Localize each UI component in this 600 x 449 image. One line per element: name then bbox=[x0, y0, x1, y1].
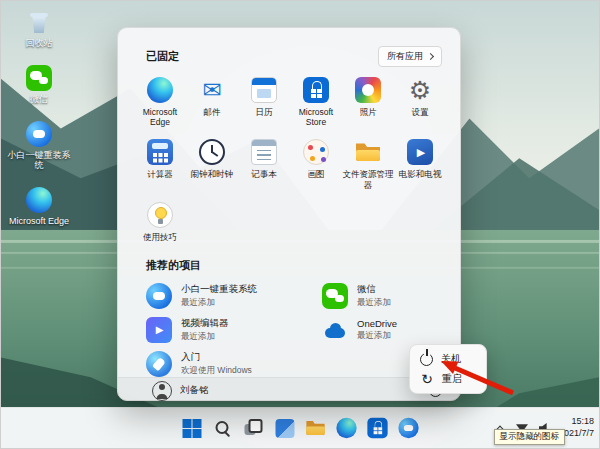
taskbar-center-buttons bbox=[179, 415, 422, 441]
taskbar-widgets-button[interactable] bbox=[272, 415, 298, 441]
file-explorer-icon bbox=[305, 418, 325, 438]
pinned-app-label: 设置 bbox=[412, 107, 429, 117]
pinned-app-calculator[interactable]: 计算器 bbox=[134, 139, 186, 189]
pinned-app-mail[interactable]: 邮件 bbox=[186, 77, 238, 127]
recommended-item-get-started[interactable]: 入门 欢迎使用 Windows bbox=[146, 351, 322, 377]
pinned-app-movies-tv[interactable]: 电影和电视 bbox=[394, 139, 446, 189]
store-icon bbox=[303, 77, 329, 103]
shut-down-label: 关机 bbox=[441, 352, 461, 366]
calendar-icon bbox=[251, 77, 277, 103]
start-menu: 已固定 所有应用 Microsoft Edge 邮件 日历 bbox=[117, 27, 461, 401]
taskbar-task-view-button[interactable] bbox=[241, 415, 267, 441]
recommended-item-label: 视频编辑器 bbox=[181, 317, 229, 330]
desktop-icon-list: 回收站 微信 小白一键重装系统 Microsoft Edge bbox=[7, 9, 71, 227]
all-apps-label: 所有应用 bbox=[387, 50, 423, 63]
pinned-app-label: Microsoft Edge bbox=[134, 107, 186, 127]
recommended-item-video-editor[interactable]: 视频编辑器 最近添加 bbox=[146, 317, 322, 343]
screen: 回收站 微信 小白一键重装系统 Microsoft Edge 已固定 所有应用 bbox=[0, 0, 600, 449]
widgets-icon bbox=[275, 419, 294, 438]
xiaobai-icon bbox=[398, 418, 418, 438]
recycle-bin-icon bbox=[26, 9, 52, 35]
recommended-item-sublabel: 最近添加 bbox=[181, 331, 229, 343]
pinned-app-label: 记事本 bbox=[251, 169, 277, 179]
calculator-icon bbox=[147, 139, 173, 165]
edge-icon bbox=[147, 77, 173, 103]
onedrive-cloud-icon bbox=[322, 317, 348, 343]
pinned-app-label: 计算器 bbox=[147, 169, 173, 179]
taskbar-edge-button[interactable] bbox=[334, 415, 360, 441]
taskbar-file-explorer-button[interactable] bbox=[303, 415, 329, 441]
taskbar-xiaobai-button[interactable] bbox=[396, 415, 422, 441]
desktop-icon-wechat[interactable]: 微信 bbox=[7, 65, 71, 105]
edge-icon bbox=[336, 418, 356, 438]
alarms-clock-icon bbox=[199, 139, 225, 165]
video-editor-icon bbox=[146, 317, 172, 343]
edge-icon bbox=[26, 187, 52, 213]
pinned-app-photos[interactable]: 照片 bbox=[342, 77, 394, 127]
chevron-right-icon bbox=[427, 53, 434, 60]
recommended-item-label: 入门 bbox=[181, 351, 252, 364]
xiaobai-icon bbox=[26, 121, 52, 147]
restart-menu-item[interactable]: 重启 bbox=[414, 369, 482, 389]
pinned-app-edge[interactable]: Microsoft Edge bbox=[134, 77, 186, 127]
user-name: 刘备铭 bbox=[180, 384, 209, 397]
user-profile-button[interactable]: 刘备铭 bbox=[152, 381, 209, 401]
restart-icon bbox=[420, 372, 434, 386]
recommended-grid: 小白一键重装系统 最近添加 微信 最近添加 视频编辑器 最近添加 bbox=[134, 283, 444, 377]
recommended-item-label: 小白一键重装系统 bbox=[181, 283, 257, 296]
notepad-icon bbox=[251, 139, 277, 165]
desktop-icon-recycle-bin[interactable]: 回收站 bbox=[7, 9, 71, 49]
pinned-app-tips[interactable]: 使用技巧 bbox=[134, 202, 186, 242]
recommended-item-sublabel: 最近添加 bbox=[181, 297, 257, 309]
wechat-icon bbox=[26, 65, 52, 91]
pinned-app-calendar[interactable]: 日历 bbox=[238, 77, 290, 127]
shut-down-menu-item[interactable]: 关机 bbox=[414, 349, 482, 369]
pinned-app-settings[interactable]: 设置 bbox=[394, 77, 446, 127]
taskbar-start-button[interactable] bbox=[179, 415, 205, 441]
paint-icon bbox=[303, 139, 329, 165]
windows-start-icon bbox=[182, 419, 201, 438]
desktop-icon-xiaobai[interactable]: 小白一键重装系统 bbox=[7, 121, 71, 172]
pinned-app-alarms-clock[interactable]: 闹钟和时钟 bbox=[186, 139, 238, 189]
power-icon bbox=[420, 353, 433, 366]
task-view-icon bbox=[245, 419, 263, 437]
recommended-item-onedrive[interactable]: OneDrive 最近添加 bbox=[322, 317, 444, 343]
tips-lightbulb-icon bbox=[147, 202, 173, 228]
pinned-app-store[interactable]: Microsoft Store bbox=[290, 77, 342, 127]
taskbar-search-button[interactable] bbox=[210, 415, 236, 441]
desktop-icon-label: 微信 bbox=[30, 94, 48, 105]
file-explorer-icon bbox=[355, 139, 381, 165]
pinned-app-notepad[interactable]: 记事本 bbox=[238, 139, 290, 189]
start-menu-body: 已固定 所有应用 Microsoft Edge 邮件 日历 bbox=[118, 28, 460, 377]
desktop-icon-edge[interactable]: Microsoft Edge bbox=[7, 187, 71, 227]
all-apps-button[interactable]: 所有应用 bbox=[378, 46, 442, 67]
recommended-item-sublabel: 最近添加 bbox=[357, 330, 397, 342]
settings-gear-icon bbox=[407, 77, 433, 103]
search-icon bbox=[214, 419, 232, 437]
tray-tooltip: 显示隐藏的图标 bbox=[494, 429, 566, 445]
pinned-app-label: 画图 bbox=[308, 169, 325, 179]
pinned-app-label: Microsoft Store bbox=[290, 107, 342, 127]
taskbar-store-button[interactable] bbox=[365, 415, 391, 441]
pinned-app-file-explorer[interactable]: 文件资源管理器 bbox=[342, 139, 394, 189]
wechat-icon bbox=[322, 283, 348, 309]
recommended-item-wechat[interactable]: 微信 最近添加 bbox=[322, 283, 444, 309]
desktop-icon-label: 小白一键重装系统 bbox=[7, 150, 71, 172]
xiaobai-icon bbox=[146, 283, 172, 309]
power-flyout-menu: 关机 重启 bbox=[409, 344, 487, 394]
restart-label: 重启 bbox=[442, 372, 462, 386]
recommended-item-sublabel: 最近添加 bbox=[357, 297, 391, 309]
store-icon bbox=[367, 418, 387, 438]
pinned-app-label: 照片 bbox=[360, 107, 377, 117]
pinned-app-label: 使用技巧 bbox=[143, 232, 177, 242]
pinned-app-label: 邮件 bbox=[204, 107, 221, 117]
recommended-item-xiaobai[interactable]: 小白一键重装系统 最近添加 bbox=[146, 283, 322, 309]
user-person-icon bbox=[152, 381, 172, 401]
pinned-app-paint[interactable]: 画图 bbox=[290, 139, 342, 189]
pinned-app-grid: Microsoft Edge 邮件 日历 Microsoft Store 照片 bbox=[134, 77, 444, 242]
clock-time: 15:18 bbox=[559, 416, 594, 428]
recommended-title: 推荐的项目 bbox=[146, 258, 442, 273]
pinned-app-label: 电影和电视 bbox=[399, 169, 442, 179]
recommended-item-label: OneDrive bbox=[357, 318, 397, 329]
desktop-icon-label: 回收站 bbox=[26, 38, 53, 49]
